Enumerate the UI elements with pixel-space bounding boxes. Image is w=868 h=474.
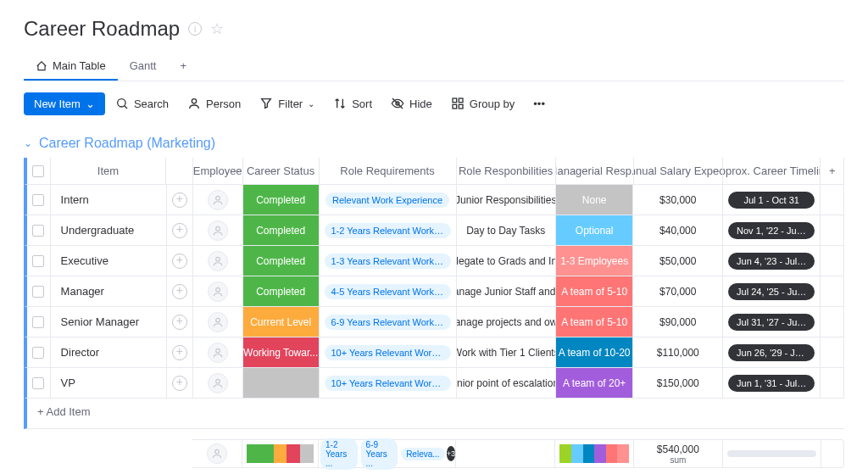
managerial-cell[interactable]: A team of 5-10 bbox=[556, 276, 634, 306]
conversation-button[interactable] bbox=[167, 215, 194, 245]
responsibilities-cell[interactable]: Senior point of escalation... bbox=[457, 368, 556, 398]
item-name[interactable]: Manager bbox=[51, 276, 167, 306]
summary-status bbox=[242, 439, 319, 468]
timeline-cell[interactable]: Jun 4, '23 - Jul 1, '25 bbox=[723, 246, 821, 276]
star-icon[interactable]: ☆ bbox=[210, 20, 224, 38]
row-checkbox[interactable] bbox=[27, 276, 51, 306]
column-status[interactable]: Career Status bbox=[243, 158, 320, 184]
column-salary[interactable]: Annual Salary Expec... bbox=[634, 158, 724, 184]
employee-cell[interactable] bbox=[193, 307, 243, 337]
conversation-button[interactable] bbox=[167, 276, 194, 306]
requirements-cell[interactable]: 6-9 Years Relevant Work Experience bbox=[320, 307, 457, 337]
avatar-icon bbox=[207, 443, 227, 464]
column-requirements[interactable]: Role Requirements bbox=[320, 158, 457, 184]
timeline-cell[interactable]: Jul 1 - Oct 31 bbox=[723, 185, 821, 215]
column-employee[interactable]: Employee bbox=[193, 158, 243, 184]
item-name[interactable]: Intern bbox=[51, 185, 167, 215]
managerial-cell[interactable]: 1-3 Employees bbox=[556, 246, 634, 276]
status-cell[interactable]: Completed bbox=[243, 215, 320, 245]
summary-requirements: 1-2 Years ...6-9 Years ...Releva...+3 bbox=[319, 439, 456, 468]
column-managerial[interactable]: Managerial Resp... bbox=[556, 158, 634, 184]
managerial-cell[interactable]: None bbox=[556, 185, 634, 215]
column-item[interactable]: Item bbox=[51, 158, 167, 184]
status-cell[interactable]: Working Towar... bbox=[243, 337, 320, 367]
employee-cell[interactable] bbox=[193, 368, 243, 398]
filter-button[interactable]: Filter⌄ bbox=[251, 92, 323, 115]
timeline-cell[interactable]: Jul 31, '27 - Jul 25, '29 bbox=[723, 307, 821, 337]
responsibilities-cell[interactable]: Delegate to Grads and Int... bbox=[457, 246, 556, 276]
row-checkbox[interactable] bbox=[27, 246, 51, 276]
conversation-button[interactable] bbox=[167, 246, 194, 276]
row-checkbox[interactable] bbox=[27, 307, 51, 337]
hide-button[interactable]: Hide bbox=[382, 92, 441, 115]
requirements-cell[interactable]: 1-2 Years Relevant Work Experience bbox=[320, 215, 457, 245]
add-item-button[interactable]: + Add Item bbox=[24, 399, 844, 429]
salary-cell[interactable]: $50,000 bbox=[633, 246, 723, 276]
employee-cell[interactable] bbox=[193, 185, 243, 215]
row-checkbox[interactable] bbox=[27, 337, 51, 367]
checkbox-header[interactable] bbox=[27, 158, 51, 184]
timeline-cell[interactable]: Jun 26, '29 - Jul 30, '31 bbox=[723, 337, 821, 367]
group-header[interactable]: ⌄ Career Roadmap (Marketing) bbox=[24, 136, 844, 151]
status-cell[interactable]: Completed bbox=[243, 185, 320, 215]
requirements-cell[interactable]: Relevant Work Experience bbox=[320, 185, 457, 215]
row-checkbox[interactable] bbox=[27, 185, 51, 215]
svg-point-1 bbox=[192, 99, 196, 103]
group-by-button[interactable]: Group by bbox=[442, 92, 523, 115]
salary-cell[interactable]: $110,000 bbox=[633, 337, 723, 367]
status-cell[interactable]: Current Level bbox=[243, 307, 320, 337]
item-name[interactable]: Senior Manager bbox=[51, 307, 167, 337]
more-button[interactable]: ••• bbox=[525, 92, 554, 115]
responsibilities-cell[interactable]: Junior Responsibilities bbox=[457, 185, 556, 215]
item-name[interactable]: Director bbox=[51, 337, 167, 367]
svg-point-12 bbox=[216, 349, 220, 353]
add-column-button[interactable]: + bbox=[821, 158, 844, 184]
timeline-cell[interactable]: Nov 1, '22 - Jul 3, '23 bbox=[723, 215, 821, 245]
employee-cell[interactable] bbox=[193, 337, 243, 367]
search-button[interactable]: Search bbox=[107, 92, 177, 115]
tab-main-table[interactable]: Main Table bbox=[24, 53, 118, 81]
responsibilities-cell[interactable]: Manage projects and ow... bbox=[457, 307, 556, 337]
requirements-cell[interactable]: 4-5 Years Relevant Work Experience bbox=[320, 276, 457, 306]
salary-cell[interactable]: $40,000 bbox=[633, 215, 723, 245]
row-checkbox[interactable] bbox=[27, 368, 51, 398]
requirements-cell[interactable]: 10+ Years Relevant Work Experience bbox=[320, 337, 457, 367]
timeline-cell[interactable]: Jul 24, '25 - Jul 31, '27 bbox=[723, 276, 821, 306]
employee-cell[interactable] bbox=[193, 215, 243, 245]
managerial-cell[interactable]: A team of 10-20 bbox=[556, 337, 634, 367]
employee-cell[interactable] bbox=[193, 246, 243, 276]
conversation-button[interactable] bbox=[167, 185, 194, 215]
info-icon[interactable]: i bbox=[188, 22, 202, 36]
person-button[interactable]: Person bbox=[179, 92, 249, 115]
row-checkbox[interactable] bbox=[27, 215, 51, 245]
responsibilities-cell[interactable]: Manage Junior Staff and ... bbox=[457, 276, 556, 306]
add-tab-button[interactable]: + bbox=[168, 53, 198, 81]
conversation-button[interactable] bbox=[167, 307, 194, 337]
responsibilities-cell[interactable]: Day to Day Tasks bbox=[457, 215, 556, 245]
column-responsibilities[interactable]: Role Responbilities bbox=[457, 158, 556, 184]
salary-cell[interactable]: $90,000 bbox=[633, 307, 723, 337]
tab-gantt[interactable]: Gantt bbox=[118, 53, 169, 81]
new-item-button[interactable]: New Item⌄ bbox=[24, 92, 105, 115]
status-cell[interactable] bbox=[243, 368, 320, 398]
conversation-button[interactable] bbox=[167, 368, 194, 398]
requirements-cell[interactable]: 10+ Years Relevant Work Experience bbox=[320, 368, 457, 398]
status-cell[interactable]: Completed bbox=[243, 276, 320, 306]
managerial-cell[interactable]: A team of 20+ bbox=[556, 368, 634, 398]
requirements-cell[interactable]: 1-3 Years Relevant Work Experience bbox=[320, 246, 457, 276]
item-name[interactable]: Executive bbox=[51, 246, 167, 276]
status-cell[interactable]: Completed bbox=[243, 246, 320, 276]
column-timeline[interactable]: Approx. Career Timeline bbox=[723, 158, 821, 184]
responsibilities-cell[interactable]: Work with Tier 1 Clients bbox=[457, 337, 556, 367]
item-name[interactable]: VP bbox=[51, 368, 167, 398]
managerial-cell[interactable]: A team of 5-10 bbox=[556, 307, 634, 337]
salary-cell[interactable]: $70,000 bbox=[633, 276, 723, 306]
employee-cell[interactable] bbox=[193, 276, 243, 306]
salary-cell[interactable]: $150,000 bbox=[633, 368, 723, 398]
item-name[interactable]: Undergraduate bbox=[51, 215, 167, 245]
sort-button[interactable]: Sort bbox=[325, 92, 381, 115]
conversation-button[interactable] bbox=[167, 337, 194, 367]
salary-cell[interactable]: $30,000 bbox=[633, 185, 723, 215]
managerial-cell[interactable]: Optional bbox=[556, 215, 634, 245]
timeline-cell[interactable]: Jun 1, '31 - Jul 31, '35 bbox=[723, 368, 821, 398]
